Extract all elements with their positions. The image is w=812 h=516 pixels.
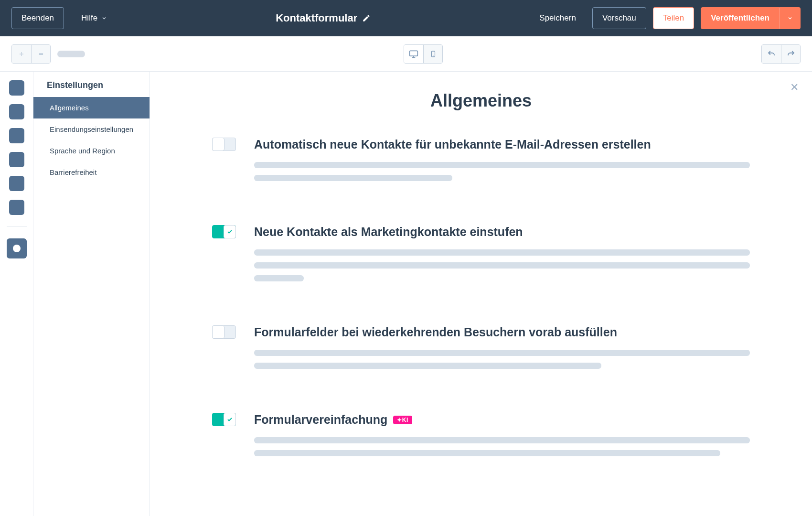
placeholder-line	[254, 437, 750, 443]
chevron-down-icon	[101, 15, 107, 21]
setting-title: Automatisch neue Kontakte für unbekannte…	[254, 138, 750, 151]
page-title-wrap: Kontaktformular	[124, 12, 522, 24]
header-actions: Speichern Vorschau Teilen Veröffentliche…	[530, 7, 801, 29]
setting-title: Formularvereinfachung✦KI	[254, 413, 750, 427]
top-header: Beenden Hilfe Kontaktformular Speichern …	[0, 0, 812, 36]
close-icon[interactable]: ✕	[790, 81, 799, 94]
sidepanel-item-3[interactable]: Barrierefreiheit	[33, 161, 150, 183]
setting-body: Neue Kontakte als Marketingkontakte eins…	[254, 225, 750, 288]
settings-sidepanel: Einstellungen AllgemeinesEinsendungseins…	[33, 72, 150, 516]
redo-button[interactable]	[781, 45, 800, 63]
main-area: Einstellungen AllgemeinesEinsendungseins…	[0, 72, 812, 516]
rail-item-4[interactable]	[9, 152, 24, 167]
setting-body: Automatisch neue Kontakte für unbekannte…	[254, 138, 750, 188]
toggle-switch[interactable]	[212, 325, 236, 339]
placeholder-line	[254, 162, 750, 168]
toggle-switch[interactable]	[212, 225, 236, 238]
rail-item-3[interactable]	[9, 128, 24, 143]
pencil-icon[interactable]	[362, 14, 371, 22]
setting-row: Formularvereinfachung✦KI	[212, 413, 750, 463]
setting-body: Formularfelder bei wiederkehrenden Besuc…	[254, 325, 750, 376]
zoom-controls	[11, 44, 51, 64]
rail-separator	[7, 226, 27, 227]
rail-item-settings-active[interactable]	[7, 238, 27, 258]
publish-group: Veröffentlichen	[701, 7, 801, 29]
placeholder-line	[254, 249, 750, 256]
placeholder-line	[254, 275, 304, 281]
placeholder-line	[254, 262, 750, 269]
sidepanel-item-1[interactable]: Einsendungseinstellungen	[33, 118, 150, 140]
sidepanel-heading: Einstellungen	[33, 72, 150, 97]
rail-item-5[interactable]	[9, 176, 24, 191]
icon-rail	[0, 72, 33, 516]
zoom-out-button[interactable]	[31, 45, 50, 63]
save-button[interactable]: Speichern	[530, 8, 586, 29]
placeholder-line	[254, 450, 720, 456]
share-button[interactable]: Teilen	[653, 7, 694, 29]
setting-row: Automatisch neue Kontakte für unbekannte…	[212, 138, 750, 188]
sidepanel-item-0[interactable]: Allgemeines	[33, 97, 150, 118]
content-title: Allgemeines	[212, 91, 750, 111]
device-desktop-button[interactable]	[404, 45, 423, 63]
zoom-value-placeholder	[57, 51, 85, 57]
rail-item-6[interactable]	[9, 200, 24, 215]
toggle-switch[interactable]	[212, 138, 236, 151]
undo-button[interactable]	[762, 45, 781, 63]
undo-redo	[761, 44, 801, 64]
device-mobile-button[interactable]	[423, 45, 442, 63]
publish-dropdown[interactable]	[780, 7, 801, 29]
rail-item-2[interactable]	[9, 104, 24, 119]
ai-badge: ✦KI	[393, 416, 412, 424]
exit-button[interactable]: Beenden	[11, 7, 64, 29]
setting-row: Formularfelder bei wiederkehrenden Besuc…	[212, 325, 750, 376]
toolbar	[0, 36, 812, 72]
form-title: Kontaktformular	[276, 12, 357, 24]
settings-content: ✕ Allgemeines Automatisch neue Kontakte …	[150, 72, 812, 516]
placeholder-line	[254, 350, 750, 356]
zoom-in-button[interactable]	[12, 45, 31, 63]
help-label: Hilfe	[81, 13, 97, 23]
chevron-down-icon	[787, 15, 793, 21]
toggle-switch[interactable]	[212, 413, 236, 426]
help-menu[interactable]: Hilfe	[72, 8, 117, 29]
svg-rect-3	[410, 51, 418, 56]
setting-row: Neue Kontakte als Marketingkontakte eins…	[212, 225, 750, 288]
sidepanel-item-2[interactable]: Sprache und Region	[33, 140, 150, 161]
placeholder-line	[254, 175, 452, 181]
rail-item-1[interactable]	[9, 80, 24, 96]
publish-button[interactable]: Veröffentlichen	[701, 7, 780, 29]
preview-button[interactable]: Vorschau	[592, 7, 646, 29]
setting-title: Formularfelder bei wiederkehrenden Besuc…	[254, 325, 750, 339]
setting-title: Neue Kontakte als Marketingkontakte eins…	[254, 225, 750, 239]
placeholder-line	[254, 363, 601, 369]
setting-body: Formularvereinfachung✦KI	[254, 413, 750, 463]
device-toggle	[404, 44, 443, 64]
